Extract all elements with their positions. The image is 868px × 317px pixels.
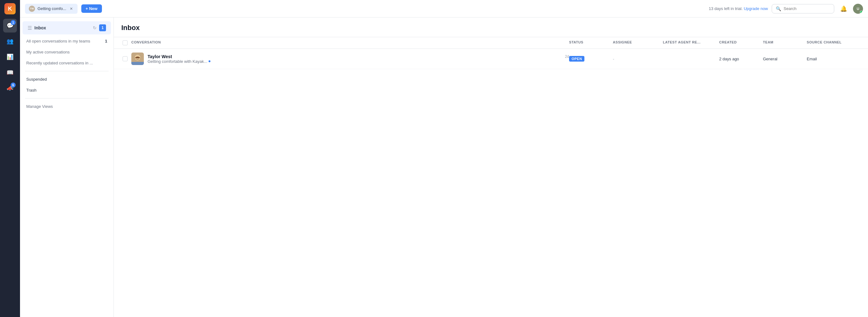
conversation-info: Taylor West 2d Getting comfortable with …: [148, 54, 569, 64]
trial-text: 13 days left in trial.: [709, 6, 743, 11]
nav-item-my-active[interactable]: My active conversations: [20, 46, 114, 58]
nav-item-all-open[interactable]: All open conversations in my teams 1: [20, 36, 114, 46]
sidebar-item-knowledge[interactable]: 📖: [3, 66, 17, 80]
knowledge-icon: 📖: [6, 69, 13, 76]
conv-subject-text: Getting comfortable with Kayak...: [148, 59, 207, 64]
col-header-checkbox: [119, 40, 131, 45]
conv-name-row: Taylor West 2d: [148, 54, 569, 59]
table-header-row: CONVERSATION STATUS ASSIGNEE LATEST AGEN…: [114, 37, 868, 49]
inbox-label: Inbox: [34, 25, 90, 30]
conversations-badge: 1: [11, 20, 16, 25]
status-cell: OPEN: [569, 56, 613, 62]
nav-item-my-active-label: My active conversations: [26, 50, 70, 54]
inbox-count-badge: 1: [99, 24, 106, 31]
trial-notice: 13 days left in trial. Upgrade now: [709, 6, 768, 11]
nav-item-all-open-label: All open conversations in my teams: [26, 39, 90, 43]
content-area: ☰ Inbox ↻ 1 All open conversations in my…: [20, 18, 868, 317]
avatar-svg: [131, 53, 144, 65]
conv-subject: Getting comfortable with Kayak...: [148, 59, 569, 64]
bell-icon: 🔔: [840, 5, 847, 12]
team-cell: General: [763, 57, 807, 61]
nav-item-suspended[interactable]: Suspended: [20, 74, 114, 85]
assignee-cell: -: [613, 57, 663, 61]
upgrade-link[interactable]: Upgrade now: [744, 6, 768, 11]
page-header: Inbox: [114, 18, 868, 37]
topbar: TW Getting comfo... ✕ + New 13 days left…: [20, 0, 868, 18]
app-sidebar: K 💬 1 👥 📊 📖 📣 6: [0, 0, 20, 317]
user-avatar[interactable]: U: [853, 4, 863, 14]
created-cell: 2 days ago: [719, 57, 763, 61]
unread-dot: [209, 60, 211, 62]
main-content: Inbox CONVERSATION STATUS ASSIGNEE LATES…: [114, 18, 868, 317]
sidebar-divider-2: [25, 98, 108, 98]
contacts-icon: 👥: [6, 38, 13, 45]
active-tab[interactable]: TW Getting comfo... ✕: [25, 4, 78, 14]
col-header-assignee: ASSIGNEE: [613, 40, 663, 45]
sidebar-item-conversations[interactable]: 💬 1: [3, 19, 17, 33]
notification-button[interactable]: 🔔: [838, 3, 849, 14]
refresh-icon[interactable]: ↻: [93, 25, 97, 30]
conversation-cell: Taylor West 2d Getting comfortable with …: [131, 53, 569, 65]
search-input[interactable]: [783, 6, 830, 11]
inbox-icon: ☰: [28, 25, 32, 31]
col-header-team: TEAM: [763, 40, 807, 45]
tab-avatar: TW: [29, 6, 35, 12]
nav-item-recently-updated[interactable]: Recently updated conversations in ...: [20, 58, 114, 68]
contact-name: Taylor West: [148, 54, 172, 59]
nav-item-all-open-count: 1: [105, 39, 107, 43]
contact-avatar: [131, 53, 144, 65]
inbox-header[interactable]: ☰ Inbox ↻ 1: [23, 21, 111, 34]
search-icon: 🔍: [776, 6, 781, 11]
conv-time: 2d: [565, 54, 569, 59]
nav-item-trash[interactable]: Trash: [20, 85, 114, 96]
reports-icon: 📊: [6, 54, 13, 60]
new-button[interactable]: + New: [81, 4, 102, 13]
manage-views-link[interactable]: Manage Views: [20, 101, 114, 112]
tab-close-button[interactable]: ✕: [69, 6, 74, 11]
tab-avatar-img: TW: [29, 6, 35, 12]
table-row[interactable]: Taylor West 2d Getting comfortable with …: [114, 49, 868, 69]
search-bar[interactable]: 🔍: [772, 4, 834, 13]
second-sidebar: ☰ Inbox ↻ 1 All open conversations in my…: [20, 18, 114, 317]
col-header-status: STATUS: [569, 40, 613, 45]
nav-item-recently-updated-label: Recently updated conversations in ...: [26, 61, 93, 65]
sidebar-item-reports[interactable]: 📊: [3, 50, 17, 64]
online-status-dot: [860, 11, 863, 13]
sidebar-item-campaigns[interactable]: 📣 6: [3, 81, 17, 95]
app-logo[interactable]: K: [4, 3, 16, 14]
sidebar-divider-1: [25, 71, 108, 71]
svg-rect-4: [131, 62, 144, 65]
campaigns-badge: 6: [11, 83, 16, 88]
col-header-conversation: CONVERSATION: [131, 40, 569, 45]
row-checkbox-cell: [119, 56, 131, 61]
select-all-checkbox[interactable]: [123, 40, 128, 45]
sidebar-item-contacts[interactable]: 👥: [3, 34, 17, 48]
col-header-created: CREATED: [719, 40, 763, 45]
status-badge: OPEN: [569, 56, 584, 62]
col-header-source-channel: SOURCE CHANNEL: [807, 40, 863, 45]
page-title: Inbox: [121, 24, 861, 32]
col-header-latest-agent: LATEST AGENT RE...: [663, 40, 719, 45]
main-area: TW Getting comfo... ✕ + New 13 days left…: [20, 0, 868, 317]
tab-title: Getting comfo...: [37, 6, 66, 11]
source-channel-cell: Email: [807, 57, 863, 61]
row-checkbox[interactable]: [123, 56, 128, 61]
conversations-table: CONVERSATION STATUS ASSIGNEE LATEST AGEN…: [114, 37, 868, 317]
